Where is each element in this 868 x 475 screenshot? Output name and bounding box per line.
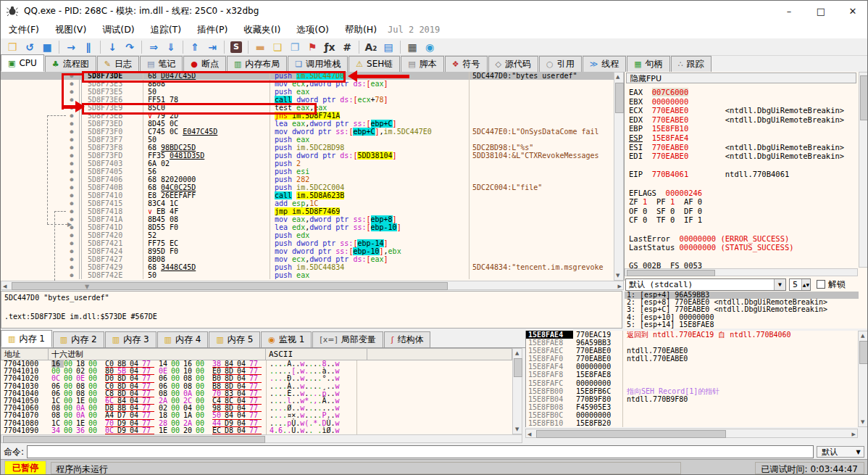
menu-item[interactable]: 追踪(T)	[143, 22, 189, 38]
disasm-row[interactable]: ●5D8F73F0C745 0C E047C45Dmov dword ptr s…	[1, 128, 624, 136]
tab-监视 1[interactable]: ◉监视 1	[261, 331, 312, 347]
arguments-pane[interactable]: 1: [esp+4] 96A59BB32: [esp+8] 770EABE0 <…	[625, 292, 859, 329]
stack-row[interactable]: 15E8FAEC770EABE0ntdll.770EABE0	[526, 347, 858, 355]
scylla-icon[interactable]: S	[230, 41, 242, 53]
scroll-left-icon[interactable]: ◀	[3, 284, 7, 289]
hash-icon[interactable]: #	[339, 40, 355, 54]
register-row[interactable]: CF 0 TF 0 IF 1	[629, 215, 844, 225]
pause-icon[interactable]: ∥	[80, 40, 96, 54]
disasm-row[interactable]: ●5D8F73E550push eax	[1, 88, 624, 96]
run-to-user-code-icon[interactable]: ⇥	[204, 40, 220, 54]
minimize-button[interactable]: –	[773, 1, 805, 21]
register-row[interactable]: EBX 00000000	[629, 97, 844, 107]
tab-脚本[interactable]: ▤脚本	[401, 56, 443, 72]
argument-row[interactable]: 5: [esp+14] 15E8FAE8	[625, 321, 859, 329]
register-row[interactable]: EFLAGS 00000246	[629, 189, 844, 198]
disasm-row[interactable]: ●5D8F73DE68 D047C45Dpush im.5DC447D05DC4…	[1, 72, 624, 80]
tab-源代码[interactable]: ◇源代码	[488, 56, 538, 72]
argument-count-stepper[interactable]: 5 ▲▼	[789, 278, 811, 291]
notify-icon[interactable]: ▤	[380, 40, 396, 54]
disasm-row[interactable]: ●5D8F742E50push eax	[1, 271, 624, 279]
disasm-row[interactable]: ●5D8F74278B08mov ecx,dword ptr ds:[eax]	[1, 255, 624, 263]
stack-vscrollbar[interactable]: ▲ ▼	[858, 331, 868, 427]
close-button[interactable]: ✕	[837, 1, 868, 21]
disasm-row[interactable]: ●5D8F7421FF75 ECpush dword ptr ss:[ebp-1…	[1, 239, 624, 247]
stack-row[interactable]: 15E8FB0C00000000	[526, 411, 858, 419]
disassembly-pane[interactable]: ●5D8F73DE68 D047C45Dpush im.5DC447D05DC4…	[1, 72, 625, 281]
scroll-up-icon[interactable]: ▲	[861, 333, 864, 339]
stack-hscrollbar[interactable]: ◀ ▶	[525, 429, 858, 438]
tab-内存 4[interactable]: ▥内存 4	[157, 331, 209, 347]
scroll-right-icon[interactable]: ▶	[852, 431, 856, 437]
disasm-row[interactable]: ●5D8F7424895D F0mov dword ptr ss:[ebp-10…	[1, 247, 624, 255]
tab-CPU[interactable]: ▣CPU	[1, 54, 44, 72]
disasm-row[interactable]: ●5D8F741D8D55 F0lea edx,dword ptr ss:[eb…	[1, 223, 624, 231]
memory-dump-pane[interactable]: 7704100016001800C08B04771400160038840477…	[1, 360, 512, 434]
menu-item[interactable]: 调试(D)	[94, 22, 142, 38]
stack-pane[interactable]: 15E8FAE4770EAC19返回到 ntdll.770EAC19 自 ntd…	[525, 331, 858, 427]
scroll-down-icon[interactable]: ▼	[861, 419, 864, 425]
menu-item[interactable]: 插件(P)	[189, 22, 235, 38]
calling-convention-select[interactable]: 默认 (stdcall) ▼	[625, 278, 786, 291]
tab-线程[interactable]: ≫线程	[583, 56, 627, 72]
disasm-row[interactable]: ●5D8F742052push edx	[1, 231, 624, 239]
chevron-down-icon[interactable]: ▼	[853, 447, 864, 457]
disasm-row[interactable]: ●5D8F73E6FF51 78call dword ptr ds:[ecx+7…	[1, 96, 624, 104]
step-over-icon[interactable]: ↷	[122, 40, 138, 54]
register-row[interactable]: ESI 770EABE0 <ntdll.DbgUiRemoteBreakin>	[629, 143, 844, 152]
stack-row[interactable]: 15E8FAE4770EAC19返回到 ntdll.770EAC19 自 ntd…	[526, 331, 858, 339]
tab-内存 3[interactable]: ▥内存 3	[105, 331, 157, 347]
hide-fpu-button[interactable]: 隐藏FPU	[626, 73, 856, 83]
dump-hscrollbar[interactable]	[1, 434, 522, 443]
register-row[interactable]: EIP 770B4061 ntdll.770B4061	[629, 170, 844, 179]
step-out-icon[interactable]: ⇑	[187, 40, 203, 54]
chevron-down-icon[interactable]: ▼	[774, 279, 785, 290]
disasm-row[interactable]: ●5D8F740668 82020000push 282	[1, 175, 624, 183]
stack-row[interactable]: 15E8FAF815E8FAE8	[526, 371, 858, 379]
register-row[interactable]: ESP 15E8FAE4	[629, 133, 844, 143]
tab-局部变量[interactable]: [x=]局部变量	[312, 331, 383, 347]
register-row[interactable]: OF 0 SF 0 DF 0	[629, 207, 844, 216]
calculator-icon[interactable]: ▦	[404, 40, 420, 54]
disasm-row[interactable]: ●5D8F73F868 98BDC25Dpush im.5DC2BD985DC2…	[1, 144, 624, 152]
stack-row[interactable]: 15E8FB0015E8FB6C指向SEH_Record[1]的指针	[526, 387, 858, 395]
bookmark-icon[interactable]: ⚑	[304, 40, 320, 54]
menu-item[interactable]: 视图(V)	[47, 22, 94, 38]
dump-vscrollbar[interactable]: ▲ ▼	[512, 348, 522, 434]
tab-SEH链[interactable]: ⚠SEH链	[349, 56, 400, 72]
stack-row[interactable]: 15E8FAF0770EABE0ntdll.770EABE0	[526, 355, 858, 363]
tab-内存 1[interactable]: ▥内存 1	[1, 330, 52, 347]
scroll-up-icon[interactable]: ▲	[515, 350, 519, 356]
disasm-row[interactable]: ●5D8F74036A 02push 2	[1, 160, 624, 168]
register-row[interactable]	[629, 252, 844, 262]
open-file-icon[interactable]: ❒	[4, 40, 20, 54]
disasm-row[interactable]: ●5D8F73EB∨ 79 2Djns im.5D8F741A	[1, 112, 624, 120]
label-icon[interactable]: ❐	[287, 40, 303, 54]
registers-hscrollbar[interactable]	[625, 268, 858, 276]
tab-句柄[interactable]: ▦句柄	[627, 56, 669, 72]
scroll-right-icon[interactable]: ▶	[618, 284, 622, 289]
case-icon[interactable]: A₂	[363, 40, 379, 54]
step-down-icon[interactable]: ⇓	[163, 40, 179, 54]
tab-跟踪[interactable]: ∴跟踪	[671, 56, 711, 72]
menu-item[interactable]: 选项(O)	[288, 22, 337, 38]
registers-vscrollbar[interactable]	[859, 72, 868, 268]
disasm-row[interactable]: ●5D8F742968 3448C45Dpush im.5DC448345DC4…	[1, 263, 624, 271]
stepper-arrows-icon[interactable]: ▲▼	[801, 279, 810, 290]
tab-笔记[interactable]: ▤笔记	[140, 56, 183, 72]
menu-item[interactable]: 文件(F)	[1, 22, 47, 38]
stack-row[interactable]: 15E8FAFC00000000	[526, 379, 858, 387]
disasm-hscrollbar[interactable]: ◀ ▶	[1, 281, 624, 290]
stack-row[interactable]: 15E8FB1015E8FB20	[526, 419, 858, 427]
tab-引用[interactable]: ○引用	[539, 56, 582, 72]
tab-内存 2[interactable]: ▥内存 2	[53, 331, 104, 347]
register-row[interactable]: ECX 770EABE0 <ntdll.DbgUiRemoteBreakin>	[629, 106, 844, 115]
function-icon[interactable]: ƒx	[322, 40, 338, 54]
register-row[interactable]: LastStatus 00000000 (STATUS_SUCCESS)	[629, 243, 844, 252]
maximize-button[interactable]: □	[805, 1, 837, 21]
disasm-row[interactable]: ●5D8F73F750push eax	[1, 136, 624, 144]
stack-row[interactable]: 15E8FB04770B9F80ntdll.770B9F80	[526, 395, 858, 403]
menu-item[interactable]: 收藏夹(I)	[235, 22, 288, 38]
register-row[interactable]: EBP 15E8FB10	[629, 124, 844, 133]
register-row[interactable]: EDX 770EABE0 <ntdll.DbgUiRemoteBreakin>	[629, 115, 844, 125]
